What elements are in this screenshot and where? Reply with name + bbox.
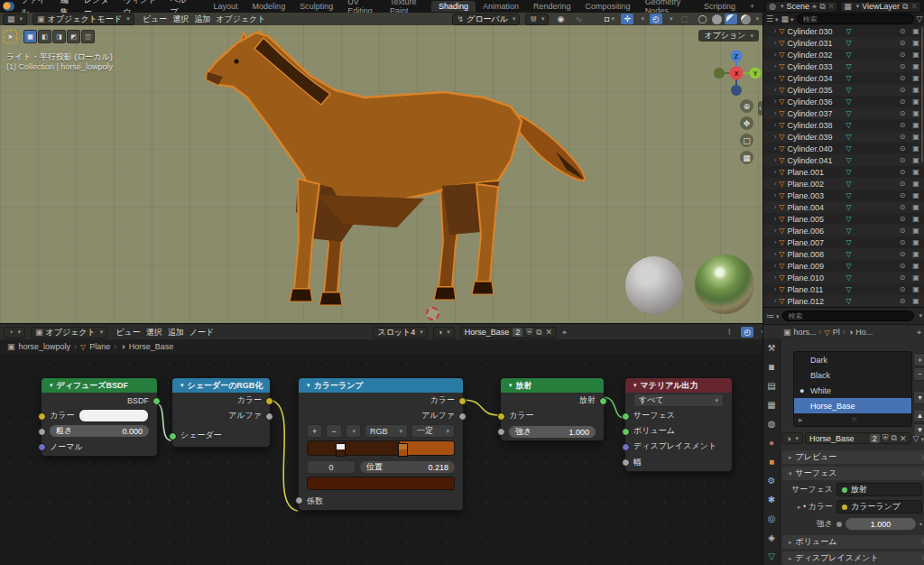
- expand-icon[interactable]: ›: [774, 134, 776, 140]
- node-emission[interactable]: ▾放射 放射 カラー 強さ1.000: [500, 377, 605, 441]
- hide-eye-icon[interactable]: ⊙: [897, 238, 908, 246]
- disable-render-icon[interactable]: ▣: [910, 109, 921, 117]
- workspace-tab-add-workspace[interactable]: +: [743, 1, 762, 12]
- node-header[interactable]: ▾放射: [501, 378, 604, 393]
- roughness-slider[interactable]: 粗さ0.000: [50, 425, 149, 437]
- navigation-gizmo[interactable]: Z Y X: [708, 47, 762, 103]
- hide-eye-icon[interactable]: ⊙: [897, 86, 908, 94]
- preview-sphere-hdri[interactable]: [695, 255, 754, 314]
- hide-eye-icon[interactable]: ⊙: [897, 39, 908, 47]
- orientation-dropdown[interactable]: ↯グローバル▾: [452, 14, 520, 25]
- copy-material-icon[interactable]: ⧉: [536, 328, 541, 338]
- workspace-tab-compositing[interactable]: Compositing: [578, 1, 638, 12]
- workspace-tab-scripting[interactable]: Scripting: [697, 1, 743, 12]
- properties-tab-render[interactable]: ◙: [763, 357, 780, 376]
- interpolation-dropdown[interactable]: 一定▾: [411, 424, 455, 438]
- outliner-row[interactable]: › ▽ Cylinder.041 ▽ ⊙ ▣: [763, 154, 924, 166]
- color-swatch[interactable]: [79, 409, 149, 422]
- color-mode-dropdown[interactable]: RGB▾: [365, 424, 408, 438]
- stop-index-field[interactable]: 0: [307, 460, 356, 474]
- expand-icon[interactable]: ›: [774, 263, 776, 269]
- menu-item[interactable]: ビュー: [113, 327, 143, 338]
- snap-node-icon[interactable]: ⌇: [723, 327, 735, 338]
- expand-icon[interactable]: ›: [774, 98, 776, 105]
- hide-eye-icon[interactable]: ⊙: [897, 191, 908, 199]
- outliner-row[interactable]: › ▽ Cylinder.035 ▽ ⊙ ▣: [763, 84, 924, 96]
- disable-render-icon[interactable]: ▣: [910, 121, 921, 129]
- outliner-row[interactable]: › ▽ Plane.010 ▽ ⊙ ▣: [763, 272, 924, 283]
- outliner-row[interactable]: › ▽ Plane.011 ▽ ⊙ ▣: [763, 283, 924, 295]
- hide-eye-icon[interactable]: ⊙: [897, 168, 908, 176]
- expand-icon[interactable]: ›: [774, 239, 776, 245]
- hide-eye-icon[interactable]: ⊙: [897, 133, 908, 141]
- users-count-badge[interactable]: 2: [870, 434, 880, 443]
- hide-eye-icon[interactable]: ⊙: [897, 215, 908, 223]
- menu-item[interactable]: ビュー: [140, 14, 170, 25]
- expand-icon[interactable]: ›: [774, 216, 776, 222]
- users-count-badge[interactable]: 2: [513, 328, 522, 337]
- shading-solid-icon[interactable]: [710, 14, 723, 24]
- outliner-row[interactable]: › ▽ Plane.009 ▽ ⊙ ▣: [763, 260, 924, 272]
- workspace-tab-layout[interactable]: Layout: [207, 1, 245, 12]
- material-slot[interactable]: ●White: [794, 383, 911, 398]
- expand-icon[interactable]: ›: [774, 145, 776, 152]
- shader-overlays-toggle[interactable]: ◴: [741, 327, 753, 338]
- node-header[interactable]: ▾マテリアル出力: [625, 378, 732, 393]
- outliner-row[interactable]: › ▽ Cylinder.037 ▽ ⊙ ▣: [763, 107, 924, 119]
- add-stop-button[interactable]: +: [307, 424, 322, 438]
- socket-shader-in[interactable]: [169, 432, 177, 440]
- mode-dropdown[interactable]: ▣オブジェクトモード▾: [32, 14, 134, 25]
- outliner-row[interactable]: › ▽ Plane.002 ▽ ⊙ ▣: [763, 178, 924, 190]
- expand-icon[interactable]: ›: [774, 122, 776, 128]
- disable-render-icon[interactable]: ▣: [910, 86, 921, 94]
- disable-render-icon[interactable]: ▣: [910, 215, 921, 223]
- outliner-row[interactable]: › ▽ Cylinder.033 ▽ ⊙ ▣: [763, 60, 924, 72]
- strength-slider[interactable]: 1.000: [845, 518, 916, 530]
- zoom-icon[interactable]: ⊕: [740, 99, 753, 113]
- hide-eye-icon[interactable]: ⊙: [897, 144, 908, 153]
- disable-render-icon[interactable]: ▣: [910, 144, 921, 153]
- node-color-ramp[interactable]: ▾カラーランプ カラー アルファ + − ▾ RGB▾ 一定▾ 0 位置0.21…: [298, 377, 464, 511]
- show-gizmos-toggle[interactable]: ✛: [621, 14, 633, 24]
- expand-icon[interactable]: ›: [774, 192, 776, 199]
- socket-alpha-out[interactable]: [265, 412, 273, 421]
- target-dropdown[interactable]: すべて▾: [633, 394, 724, 407]
- shading-wireframe-icon[interactable]: ◯: [696, 14, 708, 24]
- show-overlays-toggle[interactable]: ◴: [650, 14, 662, 24]
- properties-options-icon[interactable]: ▾: [919, 312, 922, 320]
- disable-render-icon[interactable]: ▣: [910, 168, 921, 176]
- workspace-tab-shading[interactable]: Shading: [431, 1, 476, 12]
- camera-view-icon[interactable]: ▢: [740, 134, 753, 147]
- menu-item[interactable]: ノード: [187, 327, 217, 338]
- blender-logo-icon[interactable]: [3, 2, 14, 11]
- shading-rendered-icon[interactable]: [739, 14, 752, 24]
- node-canvas[interactable]: ▾ディフューズBSDF BSDF カラー 粗さ0.000 ノーマル ▾シェーダー…: [0, 354, 762, 565]
- add-slot-button[interactable]: ＋: [913, 353, 924, 366]
- panel-surface[interactable]: ▾サーフェス⠿: [782, 467, 924, 480]
- disable-render-icon[interactable]: ▣: [910, 238, 921, 246]
- menu-item[interactable]: 追加: [165, 327, 187, 338]
- disable-render-icon[interactable]: ▣: [910, 285, 921, 293]
- outliner-scrollbar[interactable]: [921, 27, 923, 162]
- properties-search-input[interactable]: [782, 310, 915, 321]
- shader-mode-dropdown[interactable]: ▣オブジェクト▾: [31, 327, 107, 338]
- socket-fac-in[interactable]: [295, 496, 303, 505]
- outliner-row[interactable]: › ▽ Plane.008 ▽ ⊙ ▣: [763, 248, 924, 260]
- disable-render-icon[interactable]: ▣: [910, 227, 921, 235]
- workspace-tab-animation[interactable]: Animation: [476, 1, 526, 12]
- menu-item[interactable]: オブジェクト: [213, 14, 268, 25]
- proportional-edit-toggle[interactable]: ◉: [554, 14, 567, 24]
- expand-icon[interactable]: ›: [774, 169, 776, 175]
- hide-eye-icon[interactable]: ⊙: [897, 273, 908, 282]
- hide-eye-icon[interactable]: ⊙: [897, 121, 908, 129]
- menu-item[interactable]: 選択: [170, 14, 191, 25]
- outliner-row[interactable]: › ▽ Cylinder.034 ▽ ⊙ ▣: [763, 72, 924, 84]
- hide-eye-icon[interactable]: ⊙: [897, 227, 908, 235]
- new-scene-icon[interactable]: ⧉: [819, 2, 825, 12]
- ramp-tools-dropdown[interactable]: ▾: [346, 424, 362, 438]
- filter-icon[interactable]: ▽▾: [917, 14, 924, 23]
- material-slot[interactable]: Horse_Base: [794, 398, 911, 413]
- socket-color-out[interactable]: [458, 397, 467, 405]
- stop-position-field[interactable]: 位置0.218: [360, 461, 455, 473]
- fake-user-shield-icon[interactable]: ⛨: [526, 328, 532, 338]
